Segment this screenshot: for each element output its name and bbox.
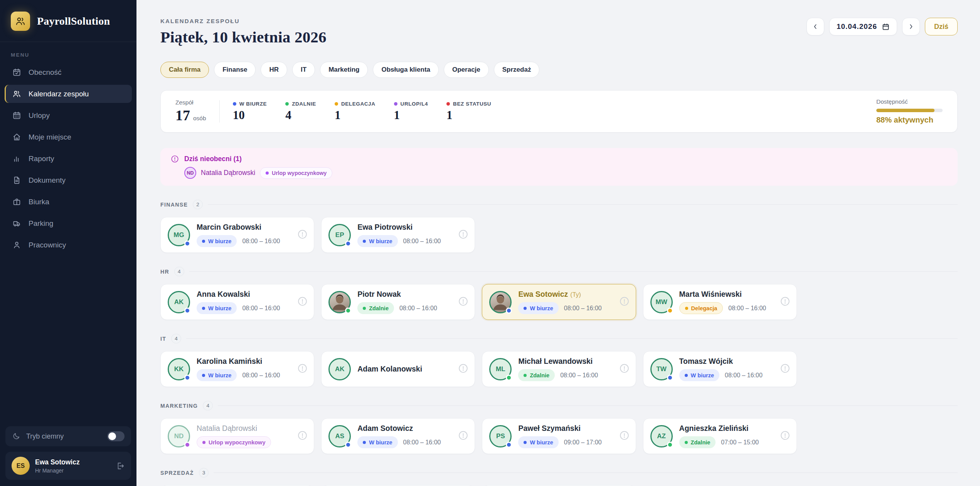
filter-chip-ca-a-firma[interactable]: Cała firma xyxy=(160,62,209,78)
date-input[interactable]: 10.04.2026 xyxy=(829,18,897,35)
sidebar-item-pracownicy[interactable]: Pracownicy xyxy=(5,236,132,254)
user-role: Hr Manager xyxy=(35,468,80,474)
status-dot xyxy=(335,102,338,106)
person-card-agnieszka-zielinski[interactable]: AZAgnieszka ZielińskiZdalnie07:00 – 15:0… xyxy=(643,418,797,454)
person-card-marcin-grabowski[interactable]: MGMarcin GrabowskiW biurze08:00 – 16:00 xyxy=(160,217,314,253)
person-card-adam-kolanowski[interactable]: AKAdam Kolanowski xyxy=(321,351,475,387)
person-card-marta-wisniewski[interactable]: MWMarta WiśniewskiDelegacja08:00 – 16:00 xyxy=(643,284,797,320)
presence-dot xyxy=(667,375,673,381)
status-dot xyxy=(394,102,397,106)
user-name: Ewa Sotowicz xyxy=(35,458,80,466)
chevron-right-icon xyxy=(907,23,915,30)
stat-urlop-l4: URLOP/L41 xyxy=(394,101,428,122)
today-button[interactable]: Dziś xyxy=(925,18,958,35)
sidebar-item-label: Biurka xyxy=(29,198,49,206)
logout-icon[interactable] xyxy=(116,461,125,471)
sidebar-item-label: Moje miejsce xyxy=(29,133,71,141)
filter-chip-marketing[interactable]: Marketing xyxy=(320,62,368,78)
filter-chip-hr[interactable]: HR xyxy=(261,62,287,78)
availability-label: Dostępność xyxy=(876,98,943,105)
stat-label: DELEGACJA xyxy=(341,101,375,107)
section-count-badge: 2 xyxy=(193,200,203,209)
person-card-anna-kowalski[interactable]: AKAnna KowalskiW biurze08:00 – 16:00 xyxy=(160,284,314,320)
dark-mode-row[interactable]: Tryb ciemny xyxy=(5,426,131,446)
info-icon[interactable] xyxy=(297,229,308,239)
status-badge: W biurze xyxy=(518,302,558,314)
info-icon[interactable] xyxy=(780,430,790,441)
status-stats: W BIURZE10ZDALNIE4DELEGACJA1URLOP/L41BEZ… xyxy=(233,101,492,122)
person-card-karolina-kaminski[interactable]: KKKarolina KamińskiW biurze08:00 – 16:00 xyxy=(160,351,314,387)
stat-label: BEZ STATUSU xyxy=(453,101,491,107)
page-eyebrow: KALENDARZ ZESPOŁU xyxy=(160,18,327,24)
section-label: FINANSE xyxy=(160,202,188,208)
person-card-pawe-szymanski[interactable]: PSPaweł SzymańskiW biurze09:00 – 17:00 xyxy=(482,418,636,454)
dark-mode-toggle[interactable] xyxy=(107,431,125,441)
person-card-micha-lewandowski[interactable]: MLMichał LewandowskiZdalnie08:00 – 16:00 xyxy=(482,351,636,387)
presence-dot xyxy=(506,308,512,314)
person-card-ewa-sotowicz[interactable]: Ewa Sotowicz(Ty)W biurze08:00 – 16:00 xyxy=(482,284,636,320)
stat-zdalnie: ZDALNIE4 xyxy=(285,101,316,122)
prev-day-button[interactable] xyxy=(807,18,824,35)
info-icon[interactable] xyxy=(458,229,468,239)
filter-chip-finanse[interactable]: Finanse xyxy=(214,62,256,78)
sidebar-item-label: Parking xyxy=(29,219,53,228)
section-count-badge: 3 xyxy=(199,468,209,478)
absent-person-row[interactable]: ND Natalia Dąbrowski Urlop wypoczynkowy xyxy=(184,167,948,179)
person-name: Tomasz Wójcik xyxy=(679,357,763,366)
person-card-piotr-nowak[interactable]: Piotr NowakZdalnie08:00 – 16:00 xyxy=(321,284,475,320)
person-card-natalia-dabrowski[interactable]: NDNatalia DąbrowskiUrlop wypoczynkowy xyxy=(160,418,314,454)
sidebar-item-biurka[interactable]: Biurka xyxy=(5,193,132,211)
info-icon[interactable] xyxy=(297,363,308,373)
sidebar-item-urlopy[interactable]: Urlopy xyxy=(5,106,132,124)
info-icon[interactable] xyxy=(458,430,468,441)
section-label: SPRZEDAŻ xyxy=(160,470,194,476)
person-icon xyxy=(12,240,21,249)
team-label: Zespół xyxy=(175,99,206,106)
app-logo-row: PayrollSolution xyxy=(0,0,136,42)
absent-person-avatar: ND xyxy=(184,167,196,179)
stat-w-biurze: W BIURZE10 xyxy=(233,101,267,122)
person-card-tomasz-wojcik[interactable]: TWTomasz WójcikW biurze08:00 – 16:00 xyxy=(643,351,797,387)
info-icon[interactable] xyxy=(297,430,308,441)
stat-value: 1 xyxy=(335,108,375,122)
sidebar-item-obecnosc[interactable]: Obecność xyxy=(5,63,132,81)
sidebar-item-label: Urlopy xyxy=(29,111,50,120)
info-icon[interactable] xyxy=(619,296,630,306)
next-day-button[interactable] xyxy=(902,18,920,35)
person-card-ewa-piotrowski[interactable]: EPEwa PiotrowskiW biurze08:00 – 16:00 xyxy=(321,217,475,253)
filter-chip-sprzedaz[interactable]: Sprzedaż xyxy=(494,62,540,78)
users-icon xyxy=(12,89,21,98)
date-controls: 10.04.2026 Dziś xyxy=(807,18,958,35)
sidebar-item-kalendarz-zespo-u[interactable]: Kalendarz zespołu xyxy=(5,85,132,103)
info-icon[interactable] xyxy=(297,296,308,306)
user-card[interactable]: ES Ewa Sotowicz Hr Manager xyxy=(5,452,131,480)
sidebar-item-moje-miejsce[interactable]: Moje miejsce xyxy=(5,128,132,146)
work-hours: 08:00 – 16:00 xyxy=(242,305,280,312)
absent-person-name: Natalia Dąbrowski xyxy=(201,169,255,177)
info-icon[interactable] xyxy=(619,363,630,373)
section-label: IT xyxy=(160,336,166,342)
calendar-icon xyxy=(882,23,890,31)
info-icon[interactable] xyxy=(780,363,790,373)
absent-banner: Dziś nieobecni (1) ND Natalia Dąbrowski … xyxy=(160,148,958,186)
section-count-badge: 4 xyxy=(171,334,181,343)
sidebar-item-raporty[interactable]: Raporty xyxy=(5,150,132,168)
work-hours: 08:00 – 16:00 xyxy=(403,439,441,446)
filter-chip-it[interactable]: IT xyxy=(292,62,315,78)
filter-chip-obs-uga-klienta[interactable]: Obsługa klienta xyxy=(373,62,439,78)
filter-chip-operacje[interactable]: Operacje xyxy=(444,62,489,78)
presence-dot xyxy=(184,240,190,247)
presence-dot xyxy=(506,375,512,381)
section-count-badge: 4 xyxy=(174,267,184,276)
info-icon[interactable] xyxy=(780,296,790,306)
team-total: Zespół 17 osób xyxy=(175,99,206,124)
person-card-adam-sotowicz[interactable]: ASAdam SotowiczW biurze08:00 – 16:00 xyxy=(321,418,475,454)
sidebar-item-dokumenty[interactable]: Dokumenty xyxy=(5,171,132,189)
info-icon[interactable] xyxy=(458,296,468,306)
presence-dot xyxy=(184,375,190,381)
info-icon[interactable] xyxy=(458,363,468,373)
sidebar-item-parking[interactable]: Parking xyxy=(5,214,132,232)
work-hours: 08:00 – 16:00 xyxy=(403,238,441,245)
summary-card: Zespół 17 osób W BIURZE10ZDALNIE4DELEGAC… xyxy=(160,90,958,133)
info-icon[interactable] xyxy=(619,430,630,441)
